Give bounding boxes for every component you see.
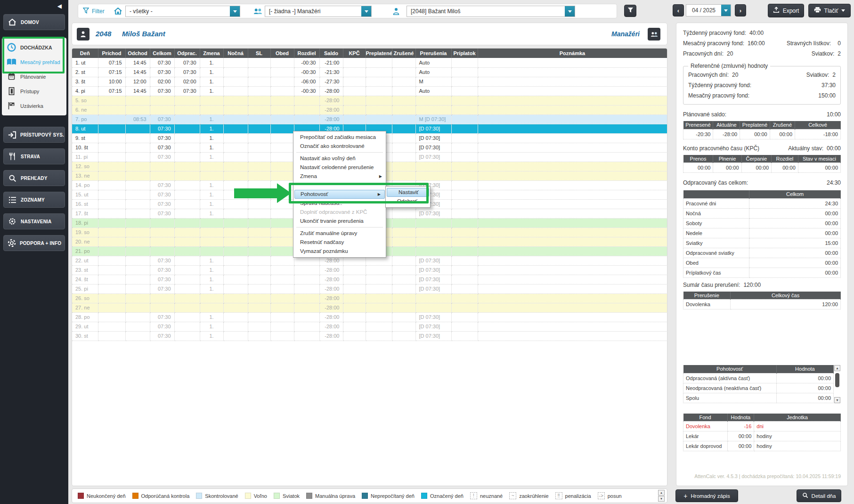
legend-item: Skontrolované	[196, 493, 238, 499]
menu-item-Nastaviť ako voľný deň[interactable]: Nastaviť ako voľný deň	[293, 154, 386, 163]
day-row-25. pi[interactable]: 25. pi07:301.-28:00[D 07:30]	[72, 284, 667, 293]
sidebar-item-zoznamy[interactable]: ZOZNAMY	[3, 192, 65, 208]
menu-item-Ukončiť trvanie prerušenia[interactable]: Ukončiť trvanie prerušenia	[293, 217, 386, 226]
column-header[interactable]: Nočná	[223, 49, 248, 58]
day-row-2. st[interactable]: 2. st07:1514:4507:3007:301.-00:30-21:30A…	[72, 67, 667, 77]
menu-item-obscured[interactable]	[293, 181, 386, 190]
sidebar-item-strava[interactable]: STRAVA	[3, 148, 65, 164]
sidebar-item-domov[interactable]: DOMOV	[3, 14, 65, 30]
submenu-item-Odobrať[interactable]: Odobrať	[386, 197, 430, 206]
menu-item-Označiť ako skontrolované[interactable]: Označiť ako skontrolované	[293, 142, 386, 151]
employee-select[interactable]: [2048] Bažant Miloš	[407, 6, 575, 17]
context-submenu: NastaviťOdobrať	[385, 186, 431, 208]
column-header[interactable]: Odchod	[125, 49, 150, 58]
company-icon	[114, 4, 122, 18]
column-header[interactable]: Odprac.	[174, 49, 200, 58]
column-header[interactable]: Zrušené	[392, 49, 415, 58]
day-row-24. št[interactable]: 24. št07:301.-28:00[D 07:30]	[72, 275, 667, 284]
sidebar-item-podpora-info[interactable]: PODPORA + INFO	[3, 235, 65, 251]
next-month-button[interactable]: ›	[735, 4, 746, 16]
group-link[interactable]: Manažéri	[611, 30, 640, 38]
chevron-down-icon[interactable]	[361, 6, 371, 16]
column-header[interactable]: Prerušenia	[415, 49, 451, 58]
chevron-down-icon[interactable]	[721, 5, 731, 16]
sidebar-item-mesacny-prehlad[interactable]: Mesačný prehľad	[3, 55, 65, 69]
sidebar-item-planovanie[interactable]: Plánovanie	[3, 69, 65, 84]
day-row-29. ut[interactable]: 29. ut07:301.-28:00[D 07:30]	[72, 322, 667, 331]
chevron-down-icon[interactable]	[565, 6, 575, 16]
menu-item-Zrušiť manuálne úpravy[interactable]: Zrušiť manuálne úpravy	[293, 229, 386, 238]
menu-item-Prepočítať od začiatku mesiaca[interactable]: Prepočítať od začiatku mesiaca	[293, 133, 386, 142]
sidebar-item-label: Uzávierka	[20, 103, 43, 109]
row-height-spinner[interactable]: ▲ ▼	[658, 490, 665, 502]
table-row: Obed00:00	[683, 258, 841, 268]
enter-door-icon	[8, 131, 16, 139]
scroll-up-icon[interactable]: ▲	[834, 365, 840, 371]
scrollbar-thumb[interactable]	[835, 373, 839, 387]
legend-item: Manuálna úprava	[306, 493, 355, 499]
chevron-down-icon[interactable]	[230, 6, 240, 16]
day-row-6. ne[interactable]: 6. ne-28:00	[72, 105, 667, 114]
reference-values-title: Referenčné (zmluvné) hodnoty	[688, 63, 770, 69]
column-header[interactable]: Obed	[270, 49, 294, 58]
sidebar-item-uzavierka[interactable]: Uzávierka	[3, 98, 65, 113]
person-icon	[393, 4, 399, 18]
sidebar-item-dochadzka[interactable]: DOCHÁDZKA	[3, 40, 65, 55]
standby-table-wrap: PohotovosťHodnotaOdpracovaná (aktívna ča…	[683, 365, 841, 403]
prev-month-button[interactable]: ‹	[673, 4, 684, 16]
column-header[interactable]: SL	[248, 49, 270, 58]
submenu-item-Nastaviť[interactable]: Nastaviť	[387, 188, 429, 197]
column-header[interactable]: Preplatené	[366, 49, 392, 58]
summary-panel: Týždenný pracovný fond:40:00 Mesačný pra…	[676, 23, 848, 486]
print-button[interactable]: Tlačiť	[808, 4, 851, 17]
legend-color-swatch	[421, 493, 427, 499]
day-row-30. st[interactable]: 30. st07:301.-28:00[D 07:30]	[72, 331, 667, 341]
menu-item-Resetnúť nadčasy[interactable]: Resetnúť nadčasy	[293, 238, 386, 247]
sidebar-item-pristupy[interactable]: Prístupy	[3, 84, 65, 98]
employee-id: 2048	[96, 30, 111, 38]
day-row-1. ut[interactable]: 1. ut07:1514:4507:3007:301.-00:30-21:00A…	[72, 58, 667, 67]
menu-item-Doplniť odpracované z KPČ[interactable]: Doplniť odpracované z KPČ	[293, 208, 386, 217]
collapse-sidebar-icon[interactable]: ◀	[57, 3, 62, 9]
month-picker[interactable]: 04 / 2025	[686, 4, 731, 16]
filter-toggle-button[interactable]	[624, 5, 636, 17]
menu-item-Nastaviť celodenné prerušenie[interactable]: Nastaviť celodenné prerušenie	[293, 163, 386, 172]
sidebar-item-prehlady[interactable]: PREHĽADY	[3, 170, 65, 186]
day-row-5. so[interactable]: 5. so-28:00	[72, 96, 667, 105]
column-header[interactable]: Poznámka	[478, 49, 667, 58]
group-select[interactable]: [- žiadna -] Manažéri	[265, 6, 372, 17]
column-header[interactable]: Zmena	[200, 49, 223, 58]
scrollbar[interactable]: ▲ ▼	[834, 365, 841, 403]
company-select[interactable]: - všetky -	[125, 6, 240, 17]
day-row-26. so[interactable]: 26. so-28:00	[72, 293, 667, 303]
column-header[interactable]: Príchod	[98, 49, 125, 58]
employee-header: 2048 Miloš Bažant Manažéri	[72, 23, 667, 45]
column-header[interactable]: Deň	[72, 49, 98, 58]
day-row-7. po[interactable]: 7. po08:5307:301.-28:00M [D 07:30]	[72, 114, 667, 124]
column-header[interactable]: Saldo	[319, 49, 343, 58]
day-row-3. št[interactable]: 3. št10:0012:0002:0002:001.-06:00-27:30M	[72, 77, 667, 86]
day-row-27. ne[interactable]: 27. ne-28:00	[72, 303, 667, 312]
menu-item-Správa nadčasu..[interactable]: Správa nadčasu..	[293, 199, 386, 208]
group-badge[interactable]	[648, 28, 660, 41]
day-row-23. st[interactable]: 23. st07:301.-28:00[D 07:30]	[72, 265, 667, 275]
fond-table-wrap: FondHodnotaJednotkaDovolenka-16dniLekár0…	[683, 414, 841, 452]
sidebar-item-pristupovy-sys[interactable]: PRÍSTUPOVÝ SYS.	[3, 127, 65, 143]
scroll-down-icon[interactable]: ▼	[834, 397, 840, 403]
menu-item-Zmena[interactable]: Zmena▶	[293, 172, 386, 181]
column-header[interactable]: KPČ	[343, 49, 366, 58]
sidebar-item-nastavenia[interactable]: NASTAVENIA	[3, 213, 65, 229]
column-header[interactable]: Rozdiel	[294, 49, 319, 58]
day-row-28. po[interactable]: 28. po07:301.-28:00[D 07:30]	[72, 312, 667, 322]
bulk-entry-button[interactable]: + Hromadný zápis	[675, 489, 738, 502]
spinner-up-icon[interactable]: ▲	[658, 490, 665, 496]
menu-item-Vymazať poznámku[interactable]: Vymazať poznámku	[293, 247, 386, 256]
export-button[interactable]: Export	[768, 4, 804, 17]
menu-item-Pohotovosť[interactable]: Pohotovosť▶	[294, 190, 385, 199]
table-row: 00:0000:0000:0000:0000:00	[683, 163, 841, 173]
day-detail-button[interactable]: Detail dňa	[797, 489, 841, 502]
day-row-4. pi[interactable]: 4. pi07:1514:4507:3007:301.-00:30-28:00A…	[72, 86, 667, 96]
spinner-down-icon[interactable]: ▼	[658, 496, 665, 502]
column-header[interactable]: Príplatok	[451, 49, 478, 58]
column-header[interactable]: Celkom	[150, 49, 174, 58]
